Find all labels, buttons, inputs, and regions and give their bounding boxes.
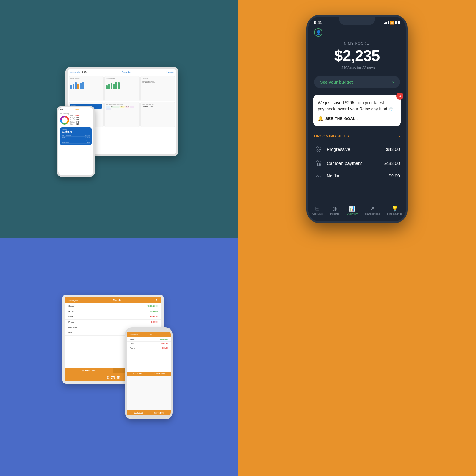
nav-overview[interactable]: 📊 Overview — [346, 205, 358, 215]
phone-bl-row-phone: Phone - $65.99 — [127, 346, 171, 350]
tl-mockups: Accounts + ADD Spending Income Last 6 mo… — [57, 67, 181, 171]
insights-icon: ◑ — [332, 205, 337, 212]
savings-badge: 3 — [396, 93, 403, 100]
profile-row: 👤 — [308, 26, 406, 37]
nav-insights[interactable]: ◑ Insights — [330, 205, 339, 215]
bl-mockups: < Budgets March ❯ Salary + $3,023.00 App… — [57, 295, 181, 419]
phone-notch — [339, 17, 375, 25]
savings-text: We just saved $295 from your latest payc… — [318, 100, 396, 112]
wifi-icon: 📶 — [390, 21, 394, 25]
pocket-amount: $2,235 — [314, 47, 400, 65]
income-cell: Last 6 months — [104, 76, 139, 101]
upcoming-cell: Upcoming Nationwide Auto Fees... EDD PAY… — [140, 76, 175, 101]
battery-icon: ▊ — [395, 21, 400, 24]
bill-row-progressive: JUN 07 Progressive $43.00 — [314, 142, 400, 156]
quadrant-top-right: 9:41 📶 ▊ 👤 — [238, 0, 476, 238]
tablet-spending-header: Spending — [122, 71, 131, 73]
pocket-sub: ~$102/day for 22 days — [314, 66, 400, 70]
tablet-accounts-header: Accounts + ADD — [70, 71, 87, 73]
spending-cell: Last 6 months — [69, 76, 104, 101]
quadrant-bottom-right — [238, 238, 476, 476]
nav-accounts[interactable]: ⊟ Accounts — [312, 205, 323, 215]
phone-bl-row-rent: Rent - $494.45 — [127, 342, 171, 346]
savings-card: 3 We just saved $295 from your latest pa… — [313, 95, 401, 126]
signal-icon — [384, 21, 389, 24]
donut-chart — [60, 116, 69, 125]
upcoming-bills-section: UPCOMING BILLS › JUN 07 Progressive $43.… — [308, 129, 406, 184]
bottom-navigation: ⊟ Accounts ◑ Insights 📊 Overview ↗ Trans… — [308, 203, 406, 221]
add-income-btn[interactable]: ADD INCOME — [65, 368, 113, 373]
phone-tr-container: 9:41 📶 ▊ 👤 — [306, 15, 408, 223]
quadrant-top-left: Accounts + ADD Spending Income Last 6 mo… — [0, 0, 238, 238]
top-spending-cell: Top Spending Categories Home Auto & Tran… — [104, 102, 139, 127]
budget-row-apple: Apple + $956.45 — [65, 309, 161, 314]
see-goal-text: SEE THE GOAL — [325, 117, 356, 121]
budget-button[interactable]: See your budget › — [314, 76, 400, 88]
phone-bl-row-salary: Salary + $3,023.00 — [127, 337, 171, 342]
budget-btn-text: See your budget — [320, 80, 353, 84]
upcoming-arrow-icon: › — [398, 134, 400, 139]
see-goal-button[interactable]: 🔔 SEE THE GOAL › — [318, 116, 396, 121]
nav-transactions[interactable]: ↗ Transactions — [365, 205, 380, 215]
transactions-icon: ↗ — [370, 205, 375, 212]
phone-totals: $3,023.00 $2,482.56 — [127, 410, 171, 415]
watchlist-cell: Spending Watchlist Coffee Shops Costco — [140, 102, 175, 127]
status-icons: 📶 ▊ — [384, 21, 400, 25]
nav-find-savings[interactable]: 💡 Find savings — [387, 205, 402, 215]
phone-tl-mockup: 9:41 simpli ☰ Top Spending Rent $2,650 E… — [57, 106, 95, 177]
bill-row-netflix: JUN Netflix $9.99 — [314, 170, 400, 181]
upcoming-bills-title: UPCOMING BILLS — [314, 134, 349, 138]
br-empty — [250, 250, 464, 464]
bill-row-car-loan: JUN 15 Car loan payment $483.00 — [314, 156, 400, 170]
phone-add-expense-btn[interactable]: ADD EXPENSE — [149, 372, 171, 376]
quadrant-bottom-left: < Budgets March ❯ Salary + $3,023.00 App… — [0, 238, 238, 476]
budget-row-rent: Rent - $494.45 — [65, 314, 161, 320]
accounts-icon: ⊟ — [315, 205, 320, 212]
tablet-total: $3,979.45 — [107, 376, 120, 379]
phone-add-income-btn[interactable]: ADD INCOME — [127, 372, 149, 376]
pocket-label: IN MY POCKET — [314, 41, 400, 46]
budget-row-phone: Phone - $65.99 — [65, 320, 161, 325]
savings-icon: 💡 — [392, 205, 398, 212]
pocket-section: IN MY POCKET $2,235 ~$102/day for 22 day… — [308, 37, 406, 72]
bell-icon: 🔔 — [318, 116, 324, 121]
budget-row-salary: Salary + $3,023.00 — [65, 303, 161, 309]
phone-bl-mockup: < Budgets March ❯ Salary + $3,023.00 Ren… — [125, 327, 173, 419]
overview-icon: 📊 — [349, 205, 355, 212]
tablet-income-header: Income — [166, 71, 174, 73]
see-goal-arrow-icon: › — [357, 117, 358, 121]
profile-icon[interactable]: 👤 — [314, 28, 322, 37]
budget-btn-arrow-icon: › — [392, 79, 394, 85]
phone-tr-mockup: 9:41 📶 ▊ 👤 — [306, 15, 408, 223]
